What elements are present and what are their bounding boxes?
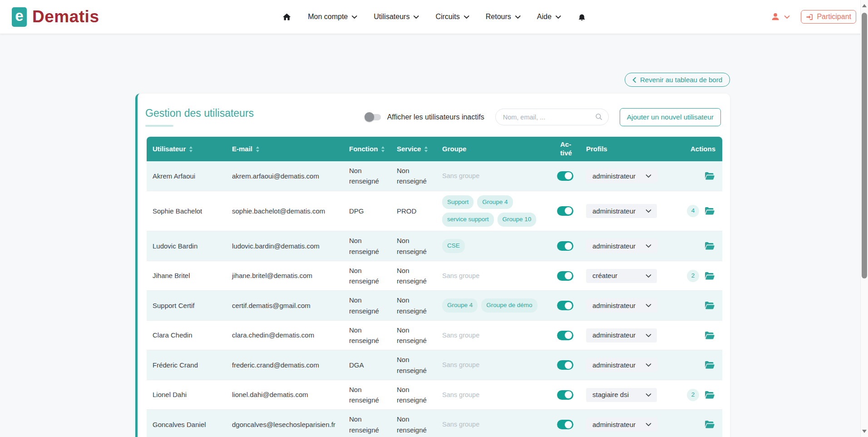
profil-select[interactable]: administrateur <box>586 169 657 183</box>
user-email: lionel.dahi@dematis.com <box>226 385 343 404</box>
column-header-fonction[interactable]: Fonction <box>343 141 391 157</box>
table-row: Lionel Dahi lionel.dahi@dematis.com Non … <box>147 380 722 410</box>
users-table: UtilisateurE-mailFonctionServiceGroupeAc… <box>147 137 722 437</box>
sort-icon[interactable] <box>189 146 193 152</box>
search-box <box>495 109 609 125</box>
show-inactive-users-label: Afficher les utilisateurs inactifs <box>387 113 484 121</box>
profil-select[interactable]: administrateur <box>586 358 657 372</box>
user-email: frederic.crand@dematis.com <box>226 356 343 374</box>
folder-open-icon[interactable] <box>705 301 715 310</box>
column-header-utilisateur[interactable]: Utilisateur <box>147 141 226 157</box>
column-label: Ac-tivé <box>560 140 576 158</box>
no-group-label: Sans groupe <box>442 271 479 281</box>
back-to-dashboard-button[interactable]: Revenir au tableau de bord <box>625 73 730 87</box>
no-group-label: Sans groupe <box>442 171 479 181</box>
table-row: Fréderic Crand frederic.crand@dematis.co… <box>147 350 722 380</box>
chevron-left-icon <box>632 77 636 83</box>
user-active-toggle[interactable] <box>557 390 573 400</box>
profil-select[interactable]: administrateur <box>586 239 657 253</box>
user-menu[interactable] <box>770 12 790 22</box>
nav-item-mon-compte[interactable]: Mon compte <box>308 13 357 21</box>
nav-item-aide[interactable]: Aide <box>537 13 561 21</box>
column-header-e-mail[interactable]: E-mail <box>226 141 343 157</box>
no-group-label: Sans groupe <box>442 419 479 429</box>
search-input[interactable] <box>495 109 609 125</box>
participant-button[interactable]: Participant <box>801 10 856 24</box>
brand-logo-icon: e <box>12 7 27 27</box>
nav-item-circuits[interactable]: Circuits <box>435 13 469 21</box>
user-active-toggle[interactable] <box>557 171 573 181</box>
home-icon[interactable] <box>282 12 291 22</box>
table-row: Jihane Britel jihane.britel@dematis.com … <box>147 261 722 291</box>
chevron-down-icon <box>646 422 651 427</box>
table-row: Goncalves Daniel dgoncalves@lesechoslepa… <box>147 410 722 437</box>
nav-item-retours[interactable]: Retours <box>486 13 521 21</box>
user-active-toggle[interactable] <box>557 420 573 429</box>
profil-select[interactable]: administrateur <box>586 328 657 343</box>
user-service: PROD <box>391 202 436 220</box>
no-group-label: Sans groupe <box>442 390 479 400</box>
user-name: Ludovic Bardin <box>147 237 226 255</box>
folder-open-icon[interactable] <box>705 172 715 180</box>
chevron-down-icon <box>413 15 419 19</box>
column-label: Fonction <box>349 145 378 154</box>
profil-value: administrateur <box>592 171 636 181</box>
folder-open-icon[interactable] <box>705 331 715 340</box>
column-label: Groupe <box>442 145 466 154</box>
user-active-toggle[interactable] <box>557 360 573 370</box>
sort-icon[interactable] <box>381 146 385 152</box>
user-active-toggle[interactable] <box>557 241 573 251</box>
group-tag: service support <box>442 213 494 227</box>
scrollbar-down-arrow[interactable] <box>862 430 867 433</box>
profil-value: administrateur <box>592 241 636 251</box>
folder-open-icon[interactable] <box>705 391 715 399</box>
folder-open-icon[interactable] <box>705 272 715 280</box>
user-name: Lionel Dahi <box>147 385 226 404</box>
window-scrollbar[interactable] <box>860 0 868 437</box>
nav-label: Aide <box>537 13 552 21</box>
count-badge: 2 <box>687 270 699 282</box>
column-header-groupe: Groupe <box>436 141 552 157</box>
nav-label: Utilisateurs <box>374 13 409 21</box>
profil-select[interactable]: administrateur <box>586 298 657 313</box>
nav-item-utilisateurs[interactable]: Utilisateurs <box>374 13 419 21</box>
scrollbar-up-arrow[interactable] <box>862 4 867 7</box>
profil-select[interactable]: stagiaire dsi <box>586 388 657 402</box>
page-content: Revenir au tableau de bord Gestion des u… <box>135 73 730 437</box>
table-row: Sophie Bachelot sophie.bachelot@dematis.… <box>147 191 722 232</box>
user-active-toggle[interactable] <box>557 271 573 281</box>
user-email: ludovic.bardin@dematis.com <box>226 237 343 255</box>
notifications-bell-icon[interactable] <box>577 12 586 22</box>
toggle-knob <box>565 302 572 309</box>
users-management-card: Gestion des utilisateurs Afficher les ut… <box>135 94 730 437</box>
user-service: Non renseigné <box>391 161 436 191</box>
scrollbar-thumb[interactable] <box>862 13 867 278</box>
profil-select[interactable]: administrateur <box>586 417 657 432</box>
column-header-service[interactable]: Service <box>391 141 436 157</box>
user-active-toggle[interactable] <box>557 301 573 310</box>
user-name: Jihane Britel <box>147 266 226 285</box>
user-active-toggle[interactable] <box>557 331 573 340</box>
table-body: Akrem Arfaoui akrem.arfaoui@dematis.com … <box>147 161 722 437</box>
column-label: Utilisateur <box>153 145 186 154</box>
folder-open-icon[interactable] <box>705 361 715 369</box>
column-label: Service <box>397 145 421 154</box>
brand-logo[interactable]: e Dematis <box>12 7 99 27</box>
show-inactive-users-toggle[interactable] <box>365 114 381 120</box>
folder-open-icon[interactable] <box>705 420 715 429</box>
chevron-down-icon <box>646 363 651 367</box>
user-active-toggle[interactable] <box>557 206 573 216</box>
folder-open-icon[interactable] <box>705 207 715 215</box>
brand-name: Dematis <box>32 7 99 26</box>
search-icon[interactable] <box>595 113 603 123</box>
profil-select[interactable]: créateur <box>586 269 657 283</box>
user-fonction: DGA <box>343 356 391 374</box>
folder-open-icon[interactable] <box>705 242 715 250</box>
user-fonction: DPG <box>343 202 391 220</box>
user-name: Akrem Arfaoui <box>147 167 226 185</box>
sort-icon[interactable] <box>256 146 260 152</box>
add-user-button[interactable]: Ajouter un nouvel utilisateur <box>620 108 721 126</box>
sort-icon[interactable] <box>424 146 428 152</box>
profil-select[interactable]: administrateur <box>586 204 657 218</box>
user-service: Non renseigné <box>391 261 436 291</box>
